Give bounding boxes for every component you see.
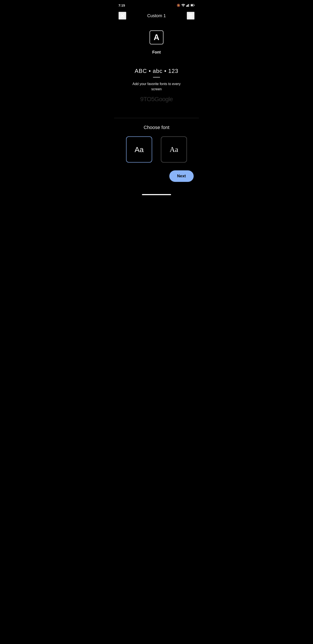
trash-icon bbox=[188, 13, 193, 18]
font-option-serif[interactable]: Aa bbox=[161, 136, 187, 162]
preview-divider bbox=[153, 77, 160, 78]
home-indicator bbox=[142, 194, 171, 195]
status-time: 7:15 bbox=[118, 4, 125, 7]
signal-icon bbox=[186, 4, 189, 7]
delete-button[interactable] bbox=[187, 12, 195, 20]
status-bar: 7:15 🔕 bbox=[114, 0, 199, 10]
svg-rect-2 bbox=[188, 4, 189, 7]
preview-description: Add your favorite fonts to every screen bbox=[128, 81, 185, 92]
battery-icon bbox=[191, 4, 195, 6]
font-icon-container: A bbox=[150, 30, 163, 44]
svg-rect-0 bbox=[186, 6, 187, 7]
svg-rect-6 bbox=[191, 4, 193, 6]
close-button[interactable] bbox=[118, 12, 126, 20]
main-content: A Font ABC • abc • 123 Add your favorite… bbox=[114, 22, 199, 109]
status-icons: 🔕 bbox=[177, 4, 195, 7]
font-options: Aa Aa bbox=[118, 136, 195, 162]
font-icon-label: Font bbox=[152, 50, 161, 54]
font-icon-letter: A bbox=[154, 34, 159, 41]
font-option-sans-label: Aa bbox=[135, 145, 144, 154]
close-icon bbox=[120, 13, 125, 18]
font-icon-box: A bbox=[150, 30, 163, 44]
page-title: Custom 1 bbox=[147, 13, 166, 18]
font-option-sans[interactable]: Aa bbox=[126, 136, 152, 162]
wifi-icon bbox=[182, 4, 185, 7]
svg-rect-1 bbox=[187, 5, 188, 7]
notification-muted-icon: 🔕 bbox=[177, 4, 180, 7]
watermark: 9TO5Google bbox=[140, 96, 173, 103]
top-nav: Custom 1 bbox=[114, 10, 199, 22]
svg-rect-3 bbox=[189, 4, 189, 7]
choose-font-title: Choose font bbox=[118, 125, 195, 130]
svg-rect-5 bbox=[194, 5, 195, 6]
next-button[interactable]: Next bbox=[169, 170, 194, 182]
preview-text: ABC • abc • 123 bbox=[135, 68, 178, 74]
bottom-section: Choose font Aa Aa Next bbox=[114, 118, 199, 190]
next-btn-container: Next bbox=[118, 170, 195, 182]
font-option-serif-label: Aa bbox=[170, 145, 178, 154]
preview-section: ABC • abc • 123 Add your favorite fonts … bbox=[128, 68, 185, 103]
